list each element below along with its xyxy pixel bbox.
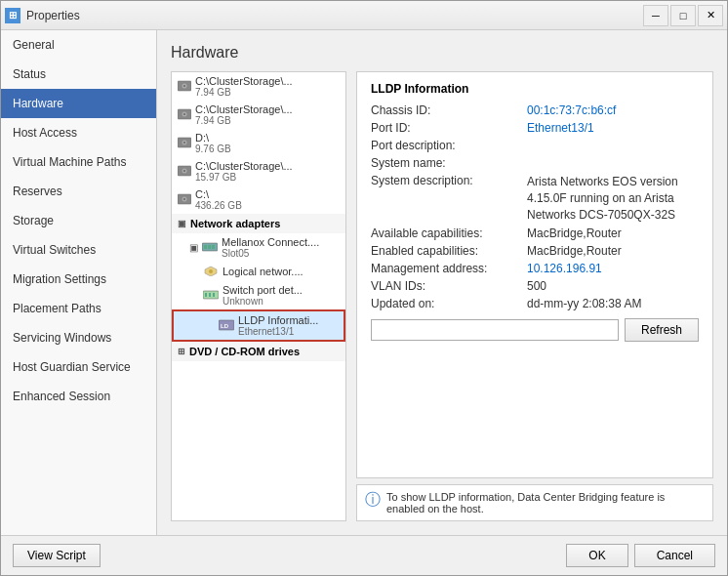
tree-panel[interactable]: C:\ClusterStorage\... 7.94 GB C:\Cluster… xyxy=(171,71,346,521)
sidebar-item-hardware[interactable]: Hardware xyxy=(1,89,156,118)
port-desc-row: Port description: xyxy=(371,139,699,152)
sidebar-item-servicing[interactable]: Servicing Windows xyxy=(1,323,156,352)
disk-icon-1 xyxy=(178,80,191,94)
svg-point-5 xyxy=(183,113,185,115)
drive-size-2: 7.94 GB xyxy=(195,115,340,126)
svg-point-14 xyxy=(183,198,185,200)
info-panel: LLDP Information Chassis ID: 00:1c:73:7c… xyxy=(356,71,713,521)
sidebar-item-virtual-switches[interactable]: Virtual Switches xyxy=(1,235,156,265)
lldp-sub: Ethernet13/1 xyxy=(238,326,338,337)
sidebar-item-guardian[interactable]: Host Guardian Service xyxy=(1,352,156,382)
view-script-button[interactable]: View Script xyxy=(13,544,101,567)
port-id-label: Port ID: xyxy=(371,121,527,135)
sidebar-item-host-access[interactable]: Host Access xyxy=(1,118,156,147)
content-title: Hardware xyxy=(171,44,713,62)
lldp-info-box: LLDP Information Chassis ID: 00:1c:73:7c… xyxy=(356,71,713,478)
avail-cap-value: MacBridge,Router xyxy=(527,226,699,240)
disk-icon-3 xyxy=(178,137,191,150)
sidebar-item-migration[interactable]: Migration Settings xyxy=(1,265,156,294)
minimize-button[interactable]: ─ xyxy=(643,5,668,26)
disk-icon-2 xyxy=(178,108,191,122)
updated-on-value: dd-mm-yy 2:08:38 AM xyxy=(527,297,699,310)
sidebar-item-status[interactable]: Status xyxy=(1,60,156,89)
dvd-header[interactable]: ⊞ DVD / CD-ROM drives xyxy=(172,342,345,361)
drive-item-1[interactable]: C:\ClusterStorage\... 7.94 GB xyxy=(172,72,345,101)
drive-item-5[interactable]: C:\ 436.26 GB xyxy=(172,185,345,214)
main-content: General Status Hardware Host Access Virt… xyxy=(1,30,727,535)
mgmt-addr-value: 10.126.196.91 xyxy=(527,262,699,275)
vlan-ids-value: 500 xyxy=(527,279,699,293)
svg-point-19 xyxy=(209,269,213,273)
svg-point-8 xyxy=(183,142,185,144)
sys-desc-value: Arista Networks EOS version 4.15.0F runn… xyxy=(527,174,699,223)
sidebar-item-storage[interactable]: Storage xyxy=(1,206,156,235)
dvd-label: DVD / CD-ROM drives xyxy=(189,346,300,357)
svg-rect-21 xyxy=(205,293,207,297)
sidebar-item-general[interactable]: General xyxy=(1,30,156,60)
footer: View Script OK Cancel xyxy=(1,535,727,575)
switch-port-label: Switch port det... xyxy=(222,284,340,296)
lldp-label: LLDP Informati... xyxy=(238,314,338,326)
footer-right: OK Cancel xyxy=(566,544,715,567)
sys-name-row: System name: xyxy=(371,156,699,170)
sidebar-item-vm-paths[interactable]: Virtual Machine Paths xyxy=(1,147,156,177)
drive-item-4[interactable]: C:\ClusterStorage\... 15.97 GB xyxy=(172,157,345,185)
drive-label-3: D:\ xyxy=(195,132,340,144)
chassis-id-value: 00:1c:73:7c:b6:cf xyxy=(527,103,699,117)
sidebar-item-placement[interactable]: Placement Paths xyxy=(1,294,156,323)
disk-icon-4 xyxy=(178,165,191,179)
title-bar: ⊞ Properties ─ □ ✕ xyxy=(1,1,727,30)
svg-rect-22 xyxy=(209,293,211,297)
lldp-info-title: LLDP Information xyxy=(371,82,699,96)
port-id-value: Ethernet13/1 xyxy=(527,121,699,135)
sidebar: General Status Hardware Host Access Virt… xyxy=(1,30,157,535)
drive-label-4: C:\ClusterStorage\... xyxy=(195,160,340,172)
logical-network-item[interactable]: Logical networ.... xyxy=(172,262,345,281)
lldp-icon: LD xyxy=(219,319,234,333)
cancel-button[interactable]: Cancel xyxy=(634,544,715,567)
svg-rect-18 xyxy=(212,245,215,249)
mgmt-addr-label: Management address: xyxy=(371,262,527,275)
drive-item-2[interactable]: C:\ClusterStorage\... 7.94 GB xyxy=(172,101,345,129)
avail-cap-row: Available capabilities: MacBridge,Router xyxy=(371,226,699,240)
refresh-button[interactable]: Refresh xyxy=(625,318,699,342)
drive-label-5: C:\ xyxy=(195,188,340,200)
sidebar-item-enhanced[interactable]: Enhanced Session xyxy=(1,382,156,411)
svg-rect-16 xyxy=(204,245,207,249)
updated-on-row: Updated on: dd-mm-yy 2:08:38 AM xyxy=(371,297,699,310)
refresh-input[interactable] xyxy=(371,319,619,341)
switch-port-item[interactable]: Switch port det... Unknown xyxy=(172,281,345,309)
avail-cap-label: Available capabilities: xyxy=(371,226,527,240)
chassis-id-row: Chassis ID: 00:1c:73:7c:b6:cf xyxy=(371,103,699,117)
chassis-id-label: Chassis ID: xyxy=(371,103,527,117)
network-adapters-label: Network adapters xyxy=(190,218,280,229)
dvd-expand-icon: ⊞ xyxy=(178,347,185,356)
sidebar-item-reserves[interactable]: Reserves xyxy=(1,177,156,206)
expand-mellanox-icon: ▣ xyxy=(189,242,198,253)
window-icon: ⊞ xyxy=(5,8,20,23)
switch-port-sub: Unknown xyxy=(222,296,340,307)
mellanox-label: Mellanox Connect.... xyxy=(222,236,340,248)
close-button[interactable]: ✕ xyxy=(698,5,723,26)
drive-item-3[interactable]: D:\ 9.76 GB xyxy=(172,129,345,157)
svg-text:LD: LD xyxy=(221,323,229,329)
vlan-ids-label: VLAN IDs: xyxy=(371,279,527,293)
network-adapter-icon xyxy=(202,241,218,255)
window-title: Properties xyxy=(26,9,643,22)
drive-size-5: 436.26 GB xyxy=(195,200,340,211)
info-note: ⓘ To show LLDP information, Data Center … xyxy=(356,484,713,521)
drive-size-1: 7.94 GB xyxy=(195,87,340,98)
properties-window: ⊞ Properties ─ □ ✕ General Status Hardwa… xyxy=(0,0,728,576)
ok-button[interactable]: OK xyxy=(566,544,627,567)
maximize-button[interactable]: □ xyxy=(670,5,696,26)
sys-name-label: System name: xyxy=(371,156,527,170)
sys-desc-row: System description: Arista Networks EOS … xyxy=(371,174,699,223)
updated-on-label: Updated on: xyxy=(371,297,527,310)
network-adapters-header[interactable]: ▣ Network adapters xyxy=(172,214,345,233)
drive-label-2: C:\ClusterStorage\... xyxy=(195,103,340,115)
svg-rect-23 xyxy=(213,293,215,297)
drive-size-3: 9.76 GB xyxy=(195,144,340,154)
mellanox-item[interactable]: ▣ Mellanox Connect.... Slot05 xyxy=(172,233,345,262)
lldp-item[interactable]: LD LLDP Informati... Ethernet13/1 xyxy=(172,309,345,342)
switch-port-icon xyxy=(203,289,219,303)
